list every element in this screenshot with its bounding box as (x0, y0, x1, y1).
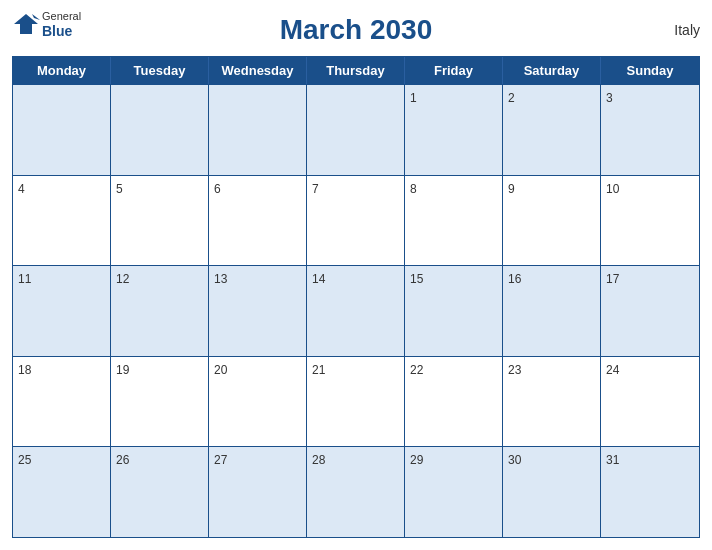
logo-blue: Blue (42, 24, 81, 38)
week-row: 18192021222324 (13, 356, 699, 447)
logo-text: General Blue (42, 10, 81, 37)
day-cell: 6 (209, 176, 307, 266)
header-saturday: Saturday (503, 57, 601, 84)
day-cell: 8 (405, 176, 503, 266)
day-cell: 3 (601, 85, 699, 175)
day-number: 6 (214, 182, 221, 196)
day-number: 7 (312, 182, 319, 196)
day-cell: 29 (405, 447, 503, 537)
day-number: 29 (410, 453, 423, 467)
day-cell: 28 (307, 447, 405, 537)
day-cell: 10 (601, 176, 699, 266)
header-friday: Friday (405, 57, 503, 84)
day-number: 8 (410, 182, 417, 196)
country-label: Italy (674, 22, 700, 38)
day-number: 23 (508, 363, 521, 377)
day-headers-row: Monday Tuesday Wednesday Thursday Friday… (13, 57, 699, 84)
calendar-title: March 2030 (280, 14, 433, 46)
day-cell: 15 (405, 266, 503, 356)
day-number: 20 (214, 363, 227, 377)
day-cell (13, 85, 111, 175)
day-cell: 21 (307, 357, 405, 447)
day-cell: 4 (13, 176, 111, 266)
day-number: 9 (508, 182, 515, 196)
day-cell: 12 (111, 266, 209, 356)
header-tuesday: Tuesday (111, 57, 209, 84)
logo-general: General (42, 10, 81, 23)
logo-bird-icon (12, 10, 40, 38)
calendar-header: General Blue March 2030 Italy (12, 10, 700, 50)
logo: General Blue (12, 10, 81, 38)
day-cell: 27 (209, 447, 307, 537)
week-row: 25262728293031 (13, 446, 699, 537)
day-cell: 5 (111, 176, 209, 266)
day-cell: 20 (209, 357, 307, 447)
day-cell: 16 (503, 266, 601, 356)
day-cell: 18 (13, 357, 111, 447)
day-cell: 19 (111, 357, 209, 447)
day-cell: 24 (601, 357, 699, 447)
day-number: 10 (606, 182, 619, 196)
day-number: 18 (18, 363, 31, 377)
day-cell: 11 (13, 266, 111, 356)
day-number: 13 (214, 272, 227, 286)
day-cell: 1 (405, 85, 503, 175)
calendar-wrapper: General Blue March 2030 Italy Monday Tue… (0, 0, 712, 550)
day-number: 5 (116, 182, 123, 196)
day-cell: 17 (601, 266, 699, 356)
day-cell: 2 (503, 85, 601, 175)
day-cell: 13 (209, 266, 307, 356)
day-cell: 25 (13, 447, 111, 537)
week-row: 45678910 (13, 175, 699, 266)
day-number: 26 (116, 453, 129, 467)
day-number: 12 (116, 272, 129, 286)
header-sunday: Sunday (601, 57, 699, 84)
day-cell: 14 (307, 266, 405, 356)
day-number: 19 (116, 363, 129, 377)
week-row: 11121314151617 (13, 265, 699, 356)
day-number: 16 (508, 272, 521, 286)
day-cell: 26 (111, 447, 209, 537)
day-number: 3 (606, 91, 613, 105)
header-monday: Monday (13, 57, 111, 84)
week-row: 123 (13, 84, 699, 175)
day-number: 2 (508, 91, 515, 105)
day-cell (111, 85, 209, 175)
day-number: 21 (312, 363, 325, 377)
day-number: 30 (508, 453, 521, 467)
header-thursday: Thursday (307, 57, 405, 84)
day-cell: 31 (601, 447, 699, 537)
day-number: 28 (312, 453, 325, 467)
day-number: 25 (18, 453, 31, 467)
header-wednesday: Wednesday (209, 57, 307, 84)
day-cell: 23 (503, 357, 601, 447)
day-number: 11 (18, 272, 31, 286)
day-number: 4 (18, 182, 25, 196)
calendar-grid: Monday Tuesday Wednesday Thursday Friday… (12, 56, 700, 538)
day-cell: 22 (405, 357, 503, 447)
day-cell (209, 85, 307, 175)
day-number: 24 (606, 363, 619, 377)
day-number: 31 (606, 453, 619, 467)
day-number: 15 (410, 272, 423, 286)
day-number: 14 (312, 272, 325, 286)
day-cell: 9 (503, 176, 601, 266)
day-number: 17 (606, 272, 619, 286)
day-number: 27 (214, 453, 227, 467)
day-cell: 30 (503, 447, 601, 537)
weeks-container: 1234567891011121314151617181920212223242… (13, 84, 699, 537)
svg-marker-1 (32, 14, 40, 20)
day-number: 22 (410, 363, 423, 377)
day-cell (307, 85, 405, 175)
day-cell: 7 (307, 176, 405, 266)
day-number: 1 (410, 91, 417, 105)
